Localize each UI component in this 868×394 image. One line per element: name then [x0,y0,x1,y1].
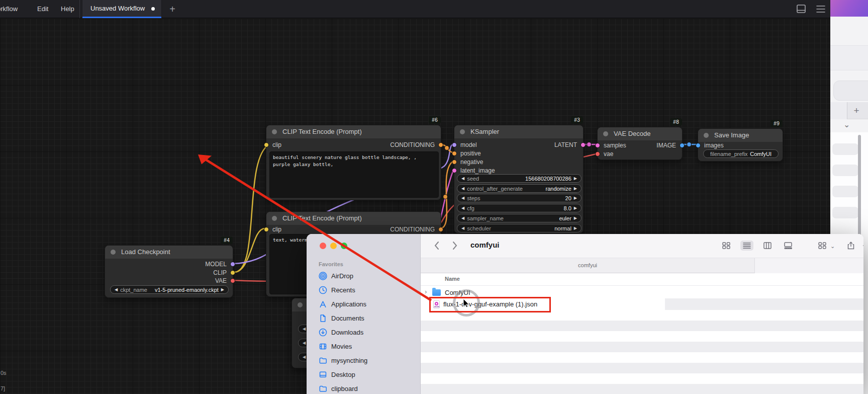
node-collapse-dot[interactable] [460,129,465,134]
gallery-view-button[interactable] [782,241,795,251]
back-button[interactable] [432,240,443,251]
decrement-arrow-icon[interactable]: ◀ [461,214,464,222]
node-titlebar[interactable]: CLIP Text Encode (Prompt) [266,125,441,138]
decrement-arrow-icon[interactable]: ◀ [115,285,118,294]
sidebar-item-clipboard[interactable]: clipboard [319,383,358,394]
tab-unsaved-workflow[interactable]: Unsaved Workflow [82,0,162,18]
minimize-window-button[interactable] [330,243,337,249]
close-window-button[interactable] [320,243,326,249]
widget-name: seed [467,176,479,182]
decrement-arrow-icon[interactable]: ◀ [461,194,464,202]
node-clip-text-encode-positive[interactable]: #6 CLIP Text Encode (Prompt) clip CONDIT… [266,125,441,200]
sidebar-item-downloads[interactable]: Downloads [319,327,363,338]
seed-widget[interactable]: ◀ seed 156680208700286 ▶ [457,174,582,183]
sidebar-item-desktop[interactable]: Desktop [319,369,355,380]
sampler-name-widget[interactable]: ◀ sampler_name euler ▶ [457,214,582,222]
menu-help[interactable]: Help [61,0,74,18]
node-vae-decode[interactable]: #8 VAE Decode samples IMAGE vae [597,127,683,160]
menu-edit[interactable]: Edit [37,0,48,18]
scheduler-widget[interactable]: ◀ scheduler normal ▶ [457,224,582,232]
list-item[interactable] [832,143,858,155]
menu-workflow[interactable]: orkflow [0,0,18,18]
decrement-arrow-icon[interactable]: ◀ [303,353,306,361]
images-port-icon[interactable] [696,143,701,148]
decrement-arrow-icon[interactable]: ◀ [303,325,306,333]
node-collapse-dot[interactable] [272,129,277,134]
panel-tab[interactable] [830,102,847,119]
sidebar-item-airdrop[interactable]: AirDrop [319,270,353,281]
node-titlebar[interactable]: Load Checkpoint [105,246,233,259]
chevron-down-icon[interactable]: ⌄ [843,120,850,129]
maximize-window-button[interactable] [341,243,347,249]
list-view-button[interactable] [740,241,753,251]
sidebar-item-applications[interactable]: Applications [319,298,366,309]
list-item[interactable] [832,186,858,197]
image-port-icon[interactable] [680,143,685,148]
list-item[interactable] [832,165,858,176]
sidebar-item-recents[interactable]: Recents [319,284,355,295]
column-header-name[interactable]: Name [445,276,460,282]
increment-arrow-icon[interactable]: ▶ [574,184,577,193]
increment-arrow-icon[interactable]: ▶ [574,204,577,212]
conditioning-port-icon[interactable] [438,142,443,147]
increment-arrow-icon[interactable]: ▶ [574,194,577,202]
node-collapse-dot[interactable] [704,133,709,138]
ckpt-name-widget[interactable]: ◀ ckpt_name v1-5-pruned-emaonly.ckpt ▶ [110,285,229,294]
divider [79,0,80,18]
positive-port-icon[interactable] [452,151,457,156]
new-tab-icon[interactable]: + [850,105,862,117]
sidebar-item-documents[interactable]: Documents [319,312,364,324]
icon-view-button[interactable] [720,241,733,251]
hamburger-menu-icon[interactable] [815,4,826,14]
latent-port-icon[interactable] [581,142,586,147]
decrement-arrow-icon[interactable]: ◀ [303,339,306,347]
decrement-arrow-icon[interactable]: ◀ [461,204,464,212]
input-row: negative [454,157,583,167]
group-by-button[interactable] [816,241,829,251]
node-load-checkpoint[interactable]: #4 Load Checkpoint MODEL CLIP VAE ◀ ckpt… [105,245,233,298]
decrement-arrow-icon[interactable]: ◀ [461,224,464,232]
bottom-panel-toggle-icon[interactable] [796,4,807,14]
node-collapse-dot[interactable] [298,302,303,307]
sidebar-item-movies[interactable]: Movies [319,341,352,352]
file-row-comfyui-folder[interactable]: › ComfyUI [421,287,863,298]
sidebar-item-label: Desktop [331,371,355,378]
prompt-textarea[interactable]: beautiful scenery nature glass bottle la… [269,151,439,198]
decrement-arrow-icon[interactable]: ◀ [461,174,464,183]
increment-arrow-icon[interactable]: ▶ [574,224,577,232]
increment-arrow-icon[interactable]: ▶ [574,214,577,222]
new-workflow-button[interactable]: + [166,3,179,16]
control-after-generate-widget[interactable]: ◀ control_after_generate randomize ▶ [457,184,582,193]
more-actions-icon[interactable] [859,241,863,251]
node-titlebar[interactable]: Save Image [698,129,783,142]
list-item[interactable] [832,207,858,218]
panel-field[interactable] [833,81,868,101]
node-save-image[interactable]: #9 Save Image images filename_prefix Com… [698,128,783,162]
latent-image-port-icon[interactable] [452,168,457,173]
increment-arrow-icon[interactable]: ▶ [574,174,577,183]
share-button[interactable] [844,241,857,251]
vae-port-icon[interactable] [230,278,235,283]
steps-widget[interactable]: ◀ steps 20 ▶ [457,194,582,202]
node-ksampler[interactable]: #3 KSampler model LATENT positive negati… [454,125,584,233]
conditioning-port-icon[interactable] [438,227,443,232]
node-collapse-dot[interactable] [272,216,277,221]
disclosure-triangle-icon[interactable]: › [425,288,427,295]
increment-arrow-icon[interactable]: ▶ [221,285,224,294]
vae-port-icon[interactable] [595,151,600,156]
node-titlebar[interactable]: VAE Decode [598,127,682,140]
decrement-arrow-icon[interactable]: ◀ [461,184,464,193]
node-titlebar[interactable]: KSampler [454,125,583,138]
column-view-button[interactable] [761,241,774,251]
node-titlebar[interactable]: CLIP Text Encode (Prompt) [266,212,441,225]
node-collapse-dot[interactable] [603,131,608,136]
negative-port-icon[interactable] [452,160,457,165]
cfg-widget[interactable]: ◀ cfg 8.0 ▶ [457,204,582,212]
node-collapse-dot[interactable] [111,250,116,255]
forward-button[interactable] [449,240,460,251]
filename-prefix-widget[interactable]: filename_prefix ComfyUI [703,149,779,158]
clip-port-icon[interactable] [230,270,235,275]
sidebar-item-mysyncthing[interactable]: mysyncthing [319,355,367,366]
model-port-icon[interactable] [230,262,235,267]
file-row-flux-json[interactable]: JSON flux-1-dev-gguf-example (1).json [421,298,863,310]
